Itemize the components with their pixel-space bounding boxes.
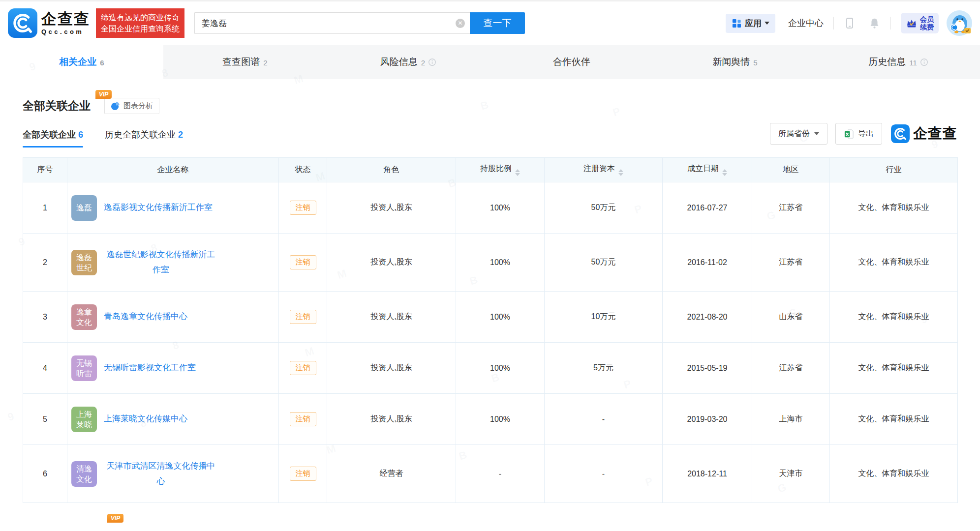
main-tab-0[interactable]: 相关企业6 [0,45,163,79]
tab-label: 风险信息 [380,56,418,68]
cell-capital: 50万元 [545,234,663,292]
pie-chart-icon [111,101,120,111]
col-header-capital: 注册资本 [545,158,663,182]
company-link[interactable]: 逸磊世纪影视文化传播新沂工作室 [104,247,218,277]
tab-count: 5 [753,59,757,67]
company-link[interactable]: 上海莱晓文化传媒中心 [104,412,187,427]
cell-role: 投资人,股东 [327,343,456,394]
table-row: 6清逸文化天津市武清区清逸文化传播中心注销经营者--2018-12-11天津市文… [23,445,958,503]
qcc-watermark-logo: 企查查 [891,124,957,144]
company-link[interactable]: 青岛逸章文化传播中心 [104,309,187,324]
col-header-status: 状态 [279,158,327,182]
company-link[interactable]: 天津市武清区清逸文化传播中心 [104,459,218,489]
cell-region: 天津市 [752,445,830,503]
cell-name: 清逸文化天津市武清区清逸文化传播中心 [67,445,279,503]
col-header-industry: 行业 [830,158,958,182]
cell-capital: 50万元 [545,182,663,234]
cell-no: 6 [23,445,67,503]
main-content: 全部关联企业 VIP 图表分析 全部关联企业6 历史全部关联企业2 所属省份 [0,98,980,503]
top-navigation: 应用 企业中心 会员 续费 [726,10,972,36]
subtab-history-associated[interactable]: 历史全部关联企业2 [105,129,183,148]
vip-renew-button[interactable]: 会员 续费 [901,13,939,33]
cell-ratio: 100% [456,234,545,292]
cell-date: 2021-08-20 [663,292,752,343]
status-badge: 注销 [290,310,316,324]
cell-no: 4 [23,343,67,394]
user-avatar[interactable] [947,10,972,36]
cell-role: 投资人,股东 [327,234,456,292]
main-tab-3[interactable]: 合作伙伴 [490,45,653,79]
company-avatar: 清逸文化 [71,461,97,487]
logo-subtext: Qcc.com [41,29,90,35]
cell-ratio: 100% [456,292,545,343]
cell-region: 山东省 [752,292,830,343]
company-avatar: 上海莱晓 [71,407,97,432]
chart-analysis-button[interactable]: 图表分析 [104,98,159,114]
main-tab-4[interactable]: 新闻舆情5 [653,45,817,79]
cell-status: 注销 [279,182,327,234]
associated-companies-table: 序号企业名称状态角色持股比例注册资本成立日期地区行业1逸磊逸磊影视文化传播新沂工… [23,157,958,503]
cell-status: 注销 [279,234,327,292]
cell-status: 注销 [279,292,327,343]
cell-date: 2015-05-19 [663,343,752,394]
subtab-all-associated[interactable]: 全部关联企业6 [23,129,83,148]
cell-no: 3 [23,292,67,343]
cell-industry: 文化、体育和娱乐业 [830,182,958,234]
export-button[interactable]: 导出 [835,123,882,145]
tab-label: 相关企业 [59,56,96,68]
table-row: 2逸磊世纪逸磊世纪影视文化传播新沂工作室注销投资人,股东100%50万元2016… [23,234,958,292]
province-filter-dropdown[interactable]: 所属省份 [770,123,827,145]
col-header-ratio: 持股比例 [456,158,545,182]
cell-status: 注销 [279,343,327,394]
main-tab-5[interactable]: 历史信息11 [817,45,980,79]
topbar: 企查查 Qcc.com 缔造有远见的商业传奇 全国企业信用查询系统 ✕ 查一下 … [0,1,980,45]
tab-label: 查查图谱 [222,56,260,68]
bell-icon [868,17,881,30]
qcc-home-logo[interactable]: 企查查 Qcc.com [8,8,90,38]
col-header-role: 角色 [327,158,456,182]
cell-region: 江苏省 [752,234,830,292]
cell-status: 注销 [279,394,327,445]
mobile-app-button[interactable] [844,17,856,30]
cell-ratio: 100% [456,182,545,234]
main-tab-2[interactable]: 风险信息2 [327,45,490,79]
info-icon[interactable] [428,58,436,66]
main-tab-1[interactable]: 查查图谱2 [163,45,327,79]
cell-date: 2016-11-02 [663,234,752,292]
cell-region: 上海市 [752,394,830,445]
company-avatar: 逸章文化 [71,304,97,330]
notifications-button[interactable] [868,17,881,30]
logo-text: 企查查 [41,11,90,27]
col-header-region: 地区 [752,158,830,182]
tab-count: 2 [263,59,267,67]
cell-capital: 5万元 [545,343,663,394]
col-header-no: 序号 [23,158,67,182]
company-avatar: 逸磊 [71,195,97,221]
cell-region: 江苏省 [752,182,830,234]
table-row: 4无锡听雷无锡听雷影视文化工作室注销投资人,股东100%5万元2015-05-1… [23,343,958,394]
table-row: 3逸章文化青岛逸章文化传播中心注销投资人,股东100%10万元2021-08-2… [23,292,958,343]
clear-search-icon[interactable]: ✕ [456,19,465,28]
status-badge: 注销 [290,467,316,481]
cell-role: 投资人,股东 [327,394,456,445]
sort-icon[interactable] [515,169,520,176]
chevron-down-icon [765,22,769,25]
cell-capital: - [545,445,663,503]
chevron-down-icon [814,132,819,135]
apps-button[interactable]: 应用 [726,14,775,33]
page-title: 全部关联企业 [23,98,91,114]
info-icon[interactable] [920,58,928,66]
cell-ratio: - [456,445,545,503]
search-input[interactable] [194,12,470,34]
sort-icon[interactable] [722,169,727,176]
search-button[interactable]: 查一下 [470,12,525,34]
col-header-name: 企业名称 [67,158,279,182]
qcc-logo-icon [8,8,37,38]
company-link[interactable]: 无锡听雷影视文化工作室 [104,360,196,376]
sort-icon[interactable] [618,169,623,176]
tab-label: 合作伙伴 [553,56,590,68]
cell-role: 投资人,股东 [327,292,456,343]
cell-industry: 文化、体育和娱乐业 [830,343,958,394]
company-link[interactable]: 逸磊影视文化传播新沂工作室 [104,200,213,215]
enterprise-center-link[interactable]: 企业中心 [788,17,824,29]
